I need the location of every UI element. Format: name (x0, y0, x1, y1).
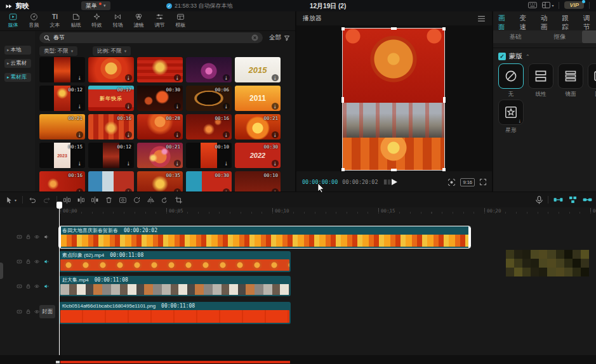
player-menu-icon[interactable] (477, 16, 486, 22)
library-item[interactable]: ⭳ (88, 57, 134, 82)
mask-option-mirror[interactable] (558, 63, 583, 89)
library-item[interactable]: 2015 ⭳ (235, 57, 281, 82)
timeline-clip-4[interactable]: f0cb0514af66d1bcabc1680495e1101.png 00:0… (59, 302, 291, 324)
mask-option-none[interactable] (498, 63, 524, 89)
search-input[interactable] (53, 35, 248, 41)
preview-video[interactable] (343, 29, 444, 170)
timeline-clip-1[interactable]: 春回大地喜庆新春贺新春 00:00:20:02 (59, 226, 470, 248)
tab-picture[interactable]: 画面 (498, 14, 511, 32)
aspect-ratio-selector[interactable]: 9:16 (460, 178, 475, 186)
linkage-icon[interactable] (583, 196, 592, 204)
library-item[interactable]: 00:35 ⭳ (137, 171, 183, 192)
type-filter-dropdown[interactable]: 类型: 不限 ▾ (39, 46, 77, 56)
download-icon[interactable]: ⭳ (125, 74, 132, 81)
rotate-icon[interactable] (161, 196, 169, 204)
tab-audio[interactable]: 音频 (23, 11, 44, 30)
mute-icon[interactable] (43, 234, 50, 240)
library-item[interactable]: 00:12 ⭳ (88, 143, 134, 168)
shortcut-keyboard-icon[interactable] (528, 2, 537, 8)
lock-icon[interactable] (25, 309, 31, 315)
timeline-ruler[interactable]: 00:00 00:05 00:10 00:15 00:20 00:25 (0, 207, 596, 216)
search-bar[interactable] (39, 32, 263, 43)
tab-text[interactable]: TI 文本 (44, 11, 65, 30)
lock-icon[interactable] (25, 234, 31, 240)
timeline-clip-2[interactable]: 素点印象 (62).mp4 00:00:11:08 (59, 251, 291, 272)
record-audio-icon[interactable] (536, 196, 543, 204)
cover-button[interactable]: 封面 (39, 305, 55, 318)
subtab-cutout[interactable]: 抠像 (538, 30, 582, 43)
timeline-clip-3[interactable]: 赶大集.mp4 00:00:11:08 (59, 276, 291, 296)
sidebar-item-local[interactable]: ▸ 本地 (4, 46, 31, 55)
download-icon[interactable]: ⭳ (125, 160, 132, 167)
tab-animation[interactable]: 动画 (541, 14, 553, 32)
subtab-mask[interactable]: 蒙版 (582, 30, 596, 43)
split-icon[interactable] (63, 196, 71, 204)
resize-handle[interactable] (442, 168, 446, 171)
freeze-frame-icon[interactable] (119, 196, 127, 204)
tab-template[interactable]: 模板 (170, 11, 191, 30)
playhead-handle[interactable] (56, 202, 62, 209)
library-item[interactable]: ⭳ (186, 57, 232, 82)
track-type-icon[interactable] (17, 309, 22, 315)
download-icon[interactable]: ⭳ (125, 188, 132, 192)
sidebar-item-cloud[interactable]: ▸ 云素材 (4, 59, 31, 68)
download-icon[interactable]: ⭳ (223, 131, 230, 138)
download-icon[interactable]: ⭳ (272, 103, 279, 110)
mask-option-linear[interactable] (528, 63, 553, 89)
mask-option-circle[interactable] (588, 63, 596, 89)
mask-checkbox[interactable]: ✓ (498, 53, 506, 60)
track-type-icon[interactable] (17, 259, 22, 264)
download-icon[interactable]: ⭳ (272, 160, 279, 167)
resize-handle[interactable] (341, 27, 345, 30)
library-item[interactable]: ⭳ (39, 57, 85, 82)
play-button[interactable] (391, 178, 398, 186)
tab-adjust[interactable]: 调节 (583, 14, 596, 32)
resize-handle[interactable] (391, 169, 397, 171)
resize-handle[interactable] (443, 97, 446, 103)
lock-icon[interactable] (25, 283, 31, 289)
download-icon[interactable]: ⭳ (223, 160, 230, 167)
redo-icon[interactable] (43, 196, 51, 204)
visibility-icon[interactable] (34, 259, 40, 264)
library-item[interactable]: ⭳ (88, 171, 134, 192)
tab-adjust[interactable]: 调节 (149, 11, 170, 30)
download-icon[interactable]: ⭳ (174, 160, 181, 167)
resize-handle[interactable] (391, 27, 397, 30)
download-icon[interactable]: ⭳ (174, 188, 181, 192)
download-icon[interactable]: ⭳ (272, 74, 279, 81)
visibility-icon[interactable] (34, 234, 40, 240)
download-icon[interactable]: ⭳ (272, 131, 279, 138)
library-item[interactable]: 00:30 ⭳ (137, 86, 183, 111)
layout-switch-icon[interactable]: ▾ (542, 2, 553, 8)
undo-icon[interactable] (29, 196, 37, 204)
cursor-tool[interactable]: ▾ (5, 196, 17, 204)
library-item[interactable]: 新年快乐 00:17 ⭳ (88, 86, 134, 111)
library-item[interactable]: 00:16 ⭳ (39, 171, 85, 192)
resize-handle[interactable] (341, 97, 344, 103)
library-item[interactable]: 00:10 ⭳ (235, 171, 281, 192)
download-icon[interactable]: ⭳ (76, 188, 83, 192)
tab-effects[interactable]: 特效 (86, 11, 107, 30)
library-item[interactable]: 00:10 ⭳ (186, 143, 232, 168)
fullscreen-icon[interactable] (479, 178, 487, 186)
fit-preview-icon[interactable] (447, 178, 456, 186)
library-item[interactable]: ⭳ (137, 57, 183, 82)
sidebar-item-material-library[interactable]: ▸ 素材库 (4, 73, 31, 82)
library-item[interactable]: 00:12 ⭳ (39, 86, 85, 111)
library-item[interactable]: 00:06 ⭳ (186, 86, 232, 111)
delete-icon[interactable] (105, 196, 113, 204)
download-icon[interactable]: ⭳ (76, 74, 83, 81)
mute-icon[interactable] (43, 259, 50, 264)
ratio-filter-dropdown[interactable]: 比例: 不限 ▾ (93, 46, 131, 56)
library-item[interactable]: 00:16 ⭳ (88, 114, 134, 140)
download-icon[interactable]: ⭳ (223, 188, 230, 192)
download-icon[interactable]: ⭳ (76, 160, 83, 167)
library-item[interactable]: 2023 00:15 ⭳ (39, 143, 85, 168)
crop-icon[interactable] (175, 196, 183, 204)
reverse-icon[interactable] (133, 196, 141, 204)
library-item[interactable]: 2011 ⭳ (235, 86, 281, 111)
mirror-icon[interactable] (147, 196, 155, 204)
delete-left-icon[interactable] (77, 196, 85, 204)
track-type-icon[interactable] (17, 283, 22, 289)
tab-filter[interactable]: 滤镜 (128, 11, 149, 30)
